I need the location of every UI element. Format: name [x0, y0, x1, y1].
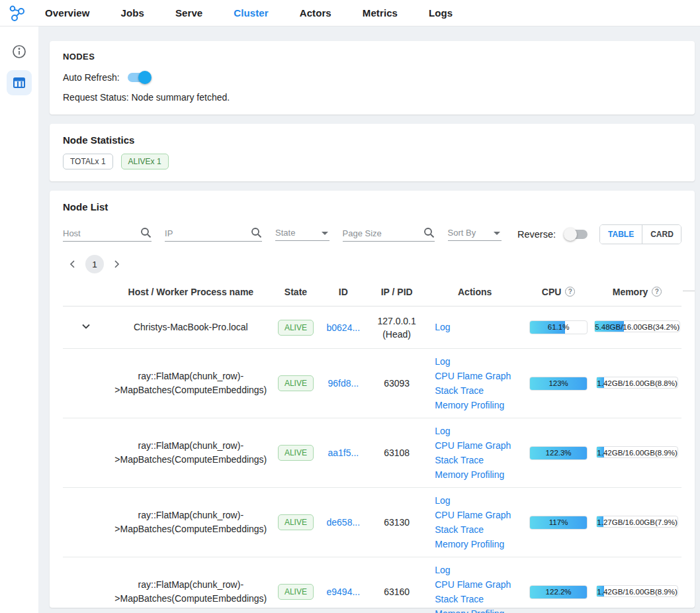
nav-item-overview[interactable]: Overview [45, 7, 90, 19]
action-link-cpu-flame-graph[interactable]: CPU Flame Graph [435, 508, 511, 522]
ip-pid-value: 127.0.0.1(Head) [368, 314, 425, 341]
action-link-stack-trace[interactable]: Stack Trace [435, 384, 484, 398]
host-name-line: >MapBatches(ComputeEmbeddings) [109, 592, 273, 606]
page-number-button[interactable]: 1 [85, 255, 104, 273]
sort-by-select[interactable]: Sort By [448, 228, 502, 241]
memory-usage-bar: 1.42GB/16.00GB(8.9%) [596, 446, 678, 458]
node-id-link[interactable]: de658... [327, 517, 361, 528]
cpu-usage-label: 122.3% [546, 449, 572, 457]
view-mode-toggle: TABLE CARD [599, 224, 681, 244]
auto-refresh-toggle[interactable] [128, 73, 150, 82]
ray-logo-icon[interactable] [8, 4, 26, 23]
table-row: ray::FlatMap(chunk_row)->MapBatches(Comp… [63, 488, 681, 557]
memory-usage-label: 5.48GB/16.00GB(34.2%) [595, 323, 679, 331]
ip-pid-value: 63093 [368, 377, 425, 390]
host-name: Christys-MacBook-Pro.local [109, 320, 273, 334]
info-icon[interactable] [11, 44, 27, 60]
memory-usage-label: 1.42GB/16.00GB(8.9%) [597, 449, 677, 457]
node-list-title: Node List [63, 201, 681, 212]
reverse-toggle[interactable] [565, 230, 588, 239]
state-badge: ALIVE [278, 584, 314, 600]
ip-pid-line: 63093 [368, 377, 425, 390]
node-table-body: Christys-MacBook-Pro.local ALIVE b0624..… [63, 306, 681, 613]
table-row: ray::FlatMap(chunk_row)->MapBatches(Comp… [63, 349, 681, 418]
nav-item-metrics[interactable]: Metrics [363, 7, 398, 19]
node-id-link[interactable]: b0624... [327, 322, 361, 333]
node-table: Host / Worker Process name State ID IP /… [63, 277, 681, 613]
next-page-button[interactable] [108, 256, 125, 273]
cpu-usage-label: 117% [549, 518, 568, 526]
action-link-memory-profiling[interactable]: Memory Profiling [435, 538, 504, 551]
actions-cell: LogCPU Flame GraphStack TraceMemory Prof… [435, 424, 524, 482]
nav-item-serve[interactable]: Serve [175, 7, 202, 19]
host-name-line: >MapBatches(ComputeEmbeddings) [109, 453, 273, 467]
help-icon[interactable]: ? [652, 287, 662, 297]
actions-column-header: Actions [425, 287, 524, 297]
host-name: ray::FlatMap(chunk_row)->MapBatches(Comp… [109, 369, 273, 397]
node-statistics-panel: Node Statistics TOTALx 1 ALIVEx 1 [50, 124, 695, 181]
cpu-usage-bar: 123% [529, 377, 588, 391]
state-badge: ALIVE [278, 375, 314, 391]
host-name-line: ray::FlatMap(chunk_row)- [109, 578, 273, 592]
host-filter-input[interactable] [63, 228, 138, 238]
help-icon[interactable]: ? [565, 287, 575, 297]
host-name-line: ray::FlatMap(chunk_row)- [109, 508, 273, 522]
host-name: ray::FlatMap(chunk_row)->MapBatches(Comp… [109, 439, 273, 467]
ip-filter-input[interactable] [165, 228, 248, 238]
action-link-log[interactable]: Log [435, 355, 450, 369]
ip-pid-line: 63160 [368, 585, 425, 598]
state-filter-select[interactable]: State [275, 228, 329, 241]
nav-menu: Overview Jobs Serve Cluster Actors Metri… [45, 7, 453, 19]
action-link-cpu-flame-graph[interactable]: CPU Flame Graph [435, 439, 511, 453]
nav-item-jobs[interactable]: Jobs [121, 7, 144, 19]
action-link-log[interactable]: Log [435, 424, 450, 438]
action-link-log[interactable]: Log [435, 563, 450, 577]
node-id-link[interactable]: 96fd8... [328, 378, 359, 389]
expand-row-icon[interactable] [80, 320, 92, 334]
table-view-button[interactable]: TABLE [600, 225, 642, 244]
state-filter-value: State [275, 228, 318, 238]
host-name: ray::FlatMap(chunk_row)->MapBatches(Comp… [109, 578, 273, 606]
action-link-log[interactable]: Log [435, 494, 450, 508]
previous-page-button[interactable] [64, 256, 81, 273]
memory-header-label: Memory [613, 287, 648, 297]
top-navbar: Overview Jobs Serve Cluster Actors Metri… [0, 0, 700, 26]
action-link-cpu-flame-graph[interactable]: CPU Flame Graph [435, 369, 511, 383]
action-link-memory-profiling[interactable]: Memory Profiling [435, 399, 504, 412]
nav-item-cluster[interactable]: Cluster [234, 7, 268, 19]
node-id-link[interactable]: aa1f5... [328, 448, 359, 458]
page-size-input[interactable] [343, 228, 421, 238]
ip-pid-line: 127.0.0.1 [368, 314, 425, 328]
action-link-memory-profiling[interactable]: Memory Profiling [435, 607, 504, 613]
cpu-header-label: CPU [542, 287, 562, 297]
nav-item-actors[interactable]: Actors [300, 7, 331, 19]
action-link-stack-trace[interactable]: Stack Trace [435, 523, 484, 537]
card-view-button[interactable]: CARD [642, 225, 681, 244]
action-link-memory-profiling[interactable]: Memory Profiling [435, 468, 504, 482]
memory-column-header: Memory ? [593, 287, 681, 297]
actions-cell: LogCPU Flame GraphStack TraceMemory Prof… [435, 494, 524, 551]
nav-item-logs[interactable]: Logs [429, 7, 453, 19]
ip-pid-column-header: IP / PID [368, 287, 425, 297]
host-name-line: Christys-MacBook-Pro.local [109, 320, 273, 334]
node-table-view-icon[interactable] [7, 70, 32, 95]
auto-refresh-label: Auto Refresh: [63, 72, 120, 83]
ip-pid-value: 63130 [368, 516, 425, 529]
action-link-stack-trace[interactable]: Stack Trace [435, 592, 484, 606]
nodes-panel: NODES Auto Refresh: Request Status: Node… [50, 41, 695, 115]
cpu-usage-label: 123% [548, 379, 568, 387]
ip-pid-value: 63108 [368, 446, 425, 459]
request-status-text: Request Status: Node summary fetched. [63, 92, 681, 103]
node-list-filters: State Sort By Reverse: [63, 224, 681, 244]
cpu-usage-label: 61.1% [548, 323, 570, 331]
cpu-usage-bar: 117% [529, 516, 588, 530]
action-link-log[interactable]: Log [435, 320, 450, 334]
ip-pid-line: (Head) [368, 328, 425, 341]
actions-cell: Log [435, 320, 524, 334]
node-id-link[interactable]: e9494... [327, 587, 361, 597]
clipped-column-edge [683, 291, 695, 291]
node-table-header: Host / Worker Process name State ID IP /… [63, 277, 681, 306]
memory-usage-bar: 1.42GB/16.00GB(8.8%) [596, 377, 678, 389]
action-link-stack-trace[interactable]: Stack Trace [435, 453, 484, 467]
action-link-cpu-flame-graph[interactable]: CPU Flame Graph [435, 578, 511, 592]
